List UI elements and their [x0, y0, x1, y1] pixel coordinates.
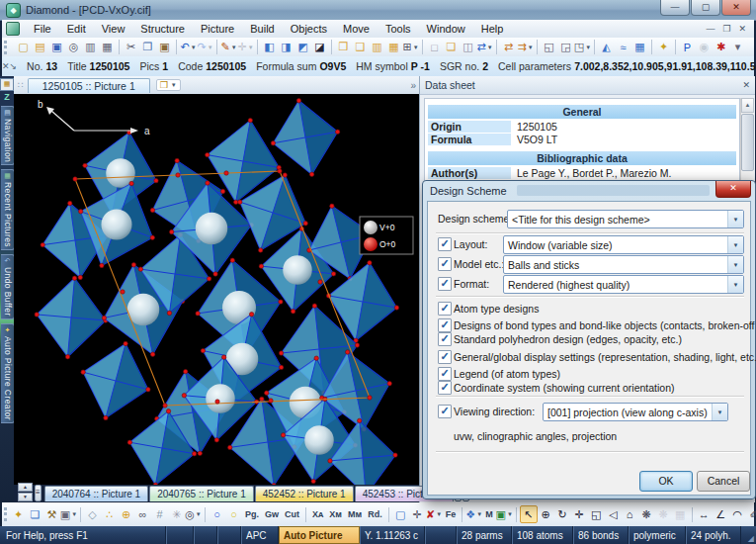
data-table-icon[interactable]: ▦ — [631, 39, 648, 55]
option-checkbox-5[interactable]: ✓ — [438, 381, 452, 395]
swap-picture-icon[interactable]: ⇉▼ — [517, 39, 534, 55]
rd-button[interactable]: Rd. — [365, 509, 385, 519]
cut-icon[interactable]: ✂ — [123, 39, 139, 55]
view-direction-icon[interactable]: ◁ — [605, 506, 622, 523]
chevron-down-icon[interactable]: ▼ — [727, 211, 743, 227]
layout-right-icon[interactable]: ◲ — [557, 39, 574, 55]
distance-icon[interactable]: ↔ — [696, 506, 713, 523]
menu-item-structure[interactable]: Structure — [132, 21, 193, 37]
format-brush-icon[interactable]: ✎▼ — [220, 39, 237, 55]
menu-item-move[interactable]: Move — [335, 21, 378, 37]
network-icon[interactable]: # — [151, 506, 168, 523]
molecule-button[interactable]: M — [482, 509, 496, 519]
picture-tab[interactable]: 2040764 :: Picture 1 — [44, 486, 149, 501]
option-checkbox-4[interactable]: ✓ — [438, 367, 452, 381]
picture-lock-icon[interactable]: ◫ — [460, 39, 476, 55]
menu-item-build[interactable]: Build — [242, 21, 282, 37]
picture-tab[interactable]: 2040765 :: Picture 1 — [149, 486, 254, 501]
chart-curve-icon[interactable]: ≈ — [615, 39, 631, 55]
picture-tab[interactable]: 1250105 :: Picture 1 — [28, 78, 150, 93]
new-picture-button[interactable]: ❒ ▼ — [156, 79, 181, 91]
find-icon[interactable]: ◎ — [65, 39, 82, 55]
sidebar-tab-undo-buffer[interactable]: ↶Undo Buffer — [1, 254, 15, 319]
powder-pattern-icon[interactable]: P — [679, 39, 696, 55]
toolbar-handle[interactable] — [4, 507, 7, 521]
menu-item-window[interactable]: Window — [419, 21, 473, 37]
mdi-minimize-icon[interactable]: — — [706, 24, 714, 34]
picture-table-icon[interactable]: ▦ — [385, 39, 402, 55]
focus-icon[interactable]: ◎▼ — [185, 506, 202, 523]
mdi-close-icon[interactable]: ✕ — [738, 24, 746, 34]
xm-button[interactable]: Xᴍ — [326, 509, 345, 519]
chevron-down-icon[interactable]: ▼ — [727, 256, 743, 273]
window-new-icon[interactable]: ◨ — [278, 39, 294, 55]
move-all-icon[interactable]: ✛ — [409, 506, 426, 523]
chevron-down-icon[interactable]: ▼ — [727, 236, 743, 253]
mm-button[interactable]: Mᴍ — [345, 509, 365, 519]
structure-canvas[interactable]: abV+0O+0 — [14, 94, 419, 485]
chart-histogram-icon[interactable]: ◭ — [598, 39, 615, 55]
window-restore-icon[interactable]: ◩ — [294, 39, 311, 55]
design-scheme-combobox[interactable]: <Title for this design scheme> ▼ — [507, 210, 744, 228]
picture-green-icon[interactable]: ▣▼ — [496, 506, 513, 523]
pointer-mode-icon[interactable]: ✛▼ — [237, 39, 254, 55]
modeletc-checkbox[interactable]: ✓ — [438, 257, 452, 271]
print-preview-icon[interactable]: ▥ — [82, 39, 99, 55]
paste-icon[interactable]: ▣ — [156, 39, 173, 55]
new-picture-icon[interactable]: ❏ — [443, 39, 460, 55]
picture-update-icon[interactable]: ⇄▼ — [476, 39, 493, 55]
tab-spinner[interactable]: ▲▼ — [18, 483, 33, 501]
move-icon[interactable]: ✛ — [571, 506, 588, 523]
ok-button[interactable]: OK — [639, 471, 693, 492]
new-document-icon[interactable]: ▢ — [15, 39, 32, 55]
sidebar-tab-navigation[interactable]: ▤Navigation — [1, 106, 15, 165]
photo-icon[interactable]: ◉ — [696, 39, 713, 55]
picture-export-icon[interactable]: ▥ — [369, 39, 385, 55]
menu-item-help[interactable]: Help — [473, 21, 512, 37]
blank-picture-icon[interactable]: □ — [426, 39, 443, 55]
option-checkbox-3[interactable]: ✓ — [438, 350, 452, 364]
window-tile-icon[interactable]: ◧ — [261, 39, 278, 55]
grow-button[interactable]: Gw — [262, 509, 282, 519]
atoms-icon[interactable]: ∴ — [101, 506, 118, 523]
select-arrow-icon[interactable]: ↖ — [520, 505, 538, 523]
fragment-icon[interactable]: ✳ — [168, 506, 185, 523]
picture-tab[interactable]: 452452 :: Picture 1 — [255, 486, 354, 501]
dialog-title-bar[interactable]: Design Scheme ✕ — [423, 181, 755, 201]
export-picture-icon[interactable]: ❏ — [27, 506, 43, 523]
toolbar-options-icon[interactable]: ▾ — [729, 39, 746, 55]
packing-icon[interactable]: ❖▼ — [465, 506, 482, 523]
close-icon[interactable]: ✕ — [742, 80, 750, 90]
picture-menu-icon[interactable]: ▣▼ — [60, 506, 77, 523]
sidebar-tab-auto-picture-creator[interactable]: ✦Auto Picture Creator — [1, 323, 15, 423]
menu-item-tools[interactable]: Tools — [378, 21, 419, 37]
minimize-button[interactable]: — — [660, 0, 690, 16]
undo-icon[interactable]: ↶▼ — [180, 39, 197, 55]
menu-item-view[interactable]: View — [94, 21, 133, 37]
xa-button[interactable]: Xᴀ — [309, 509, 326, 519]
wizard-icon[interactable]: ✦ — [655, 39, 672, 55]
scroll-up-icon[interactable]: ▲ — [741, 98, 754, 113]
option-checkbox-0[interactable]: ✓ — [438, 302, 452, 316]
layout-checkbox[interactable]: ✓ — [438, 237, 452, 251]
ring-blue-icon[interactable]: ○ — [209, 506, 225, 523]
picture-copy-icon[interactable]: ❑ — [352, 39, 369, 55]
tilt-icon[interactable]: ⌂ — [622, 506, 638, 523]
goto-icon[interactable]: ↘ — [10, 61, 18, 71]
torsion-icon[interactable]: ◠ — [729, 506, 746, 523]
dialog-close-button[interactable]: ✕ — [715, 181, 751, 198]
ring-yellow-icon[interactable]: ○ — [225, 506, 242, 523]
bonds-icon[interactable]: ∞ — [134, 506, 151, 523]
angle-icon[interactable]: ∠ — [713, 506, 729, 523]
chevron-down-icon[interactable]: ▼ — [712, 404, 727, 420]
layout-combobox[interactable]: Window (variable size)▼ — [503, 235, 744, 254]
toolbar-handle[interactable] — [4, 41, 12, 54]
tab-list-button[interactable]: ≡ — [35, 485, 42, 501]
rotate-icon[interactable]: ↻ — [554, 506, 571, 523]
option-checkbox-2[interactable]: ✓ — [438, 332, 452, 346]
menu-item-edit[interactable]: Edit — [59, 21, 94, 37]
cell-box-icon[interactable]: ▢ — [392, 506, 409, 523]
table-icon[interactable]: ▦ — [0, 78, 14, 91]
layout-left-icon[interactable]: ◱ — [541, 39, 557, 55]
print-icon[interactable]: ▦ — [99, 39, 116, 55]
